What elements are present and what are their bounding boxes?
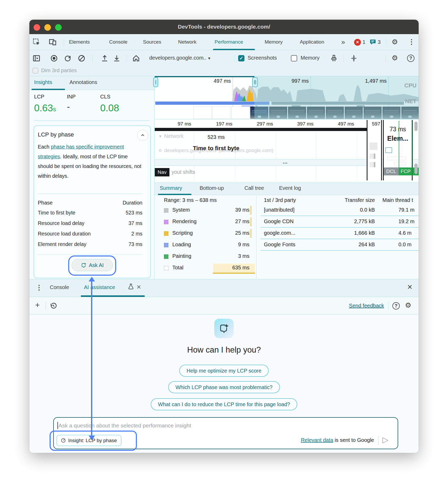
issues-icon[interactable] xyxy=(369,39,377,46)
screenshots-checkbox[interactable]: ✓ xyxy=(238,55,244,61)
help-icon[interactable]: ? xyxy=(407,55,414,62)
error-icon[interactable]: ✕ xyxy=(354,39,361,46)
selection-top-bar xyxy=(155,76,254,77)
collapse-card-button[interactable] xyxy=(137,130,148,141)
text-cursor xyxy=(57,422,58,429)
tab-event-log[interactable]: Event log xyxy=(279,185,301,191)
category-swatch-system xyxy=(164,208,168,213)
close-ai-tab-icon[interactable]: ✕ xyxy=(136,284,141,291)
drawer-tab-ai-assistance[interactable]: AI assistance xyxy=(84,284,115,290)
selection-handle-right[interactable] xyxy=(252,77,258,87)
reload-record-icon[interactable] xyxy=(64,54,72,62)
axis-tick: 497 ms xyxy=(312,121,354,127)
party-name[interactable]: google.com... xyxy=(264,230,295,236)
filmstrip-frame[interactable] xyxy=(193,107,212,119)
category-value: 25 ms xyxy=(210,230,249,236)
performance-toolbar: developers.google.com.. ▼ ✓ Screenshots … xyxy=(29,50,419,66)
device-toolbar-icon[interactable] xyxy=(49,38,57,46)
filmstrip-frame[interactable] xyxy=(212,107,231,119)
overlay-column xyxy=(367,120,382,180)
record-icon[interactable] xyxy=(50,54,58,62)
tab-call-tree[interactable]: Call tree xyxy=(244,185,264,191)
history-icon[interactable] xyxy=(50,302,57,310)
metric-cls-value: 0.08 xyxy=(100,103,119,114)
tab-application[interactable]: Application xyxy=(300,34,324,50)
home-icon[interactable] xyxy=(132,54,140,62)
drawer-active-tab-underline xyxy=(81,295,145,297)
dim-3rd-parties-checkbox[interactable] xyxy=(33,68,38,74)
summary-range: Range: 3 ms – 638 ms xyxy=(164,197,217,203)
clear-icon[interactable] xyxy=(78,54,86,62)
suggestion-chip[interactable]: Which LCP phase was most problematic? xyxy=(168,381,280,393)
tab-summary[interactable]: Summary xyxy=(160,185,182,191)
upload-profile-icon[interactable] xyxy=(101,54,109,62)
scrollbar-thumb[interactable] xyxy=(414,122,418,131)
capture-settings-gear-icon[interactable]: ⚙ xyxy=(392,54,398,62)
settings-gear-icon[interactable]: ⚙ xyxy=(392,38,398,46)
element-render-label: Elem... xyxy=(384,135,412,142)
selection-handle-left[interactable] xyxy=(153,77,158,87)
tab-console[interactable]: Console xyxy=(109,34,127,50)
tab-memory[interactable]: Memory xyxy=(265,34,283,50)
metric-inp-value: - xyxy=(67,102,70,112)
collapse-triangle-icon[interactable]: ▼ xyxy=(158,134,162,138)
ai-settings-gear-icon[interactable]: ⚙ xyxy=(405,301,411,310)
send-message-icon[interactable]: ▷ xyxy=(382,435,388,444)
garbage-collect-icon[interactable] xyxy=(330,54,338,62)
party-size: 264 kB xyxy=(328,242,375,248)
party-header-size[interactable]: Transfer size xyxy=(328,197,375,203)
consent-note: Relevant data is sent to Google xyxy=(265,437,374,443)
tab-sources[interactable]: Sources xyxy=(143,34,161,50)
tab-bottom-up[interactable]: Bottom-up xyxy=(200,185,224,191)
relevant-data-link[interactable]: Relevant data xyxy=(301,437,333,443)
more-tabs-icon[interactable]: » xyxy=(341,34,345,50)
expander-dots[interactable]: ... xyxy=(276,158,294,165)
ai-help-icon[interactable]: ? xyxy=(392,302,400,310)
drawer-kebab-menu-icon[interactable]: ⋮ xyxy=(36,284,42,292)
send-feedback-link[interactable]: Send feedback xyxy=(334,303,384,309)
axis-tick: 297 ms xyxy=(231,121,273,127)
drawer-tab-console[interactable]: Console xyxy=(50,284,69,290)
filmstrip-frame[interactable] xyxy=(231,107,250,119)
scrollbar-thumb[interactable] xyxy=(414,164,418,174)
annotation-arrowhead-down xyxy=(89,436,95,440)
screenshots-label[interactable]: Screenshots xyxy=(248,55,277,61)
tab-performance[interactable]: Performance xyxy=(215,34,243,50)
close-drawer-icon[interactable]: ✕ xyxy=(407,283,413,291)
new-chat-plus-icon[interactable]: + xyxy=(35,301,40,310)
issue-count[interactable]: 3 xyxy=(378,39,381,45)
party-name[interactable]: [unattributed] xyxy=(264,207,295,213)
fcp-marker-badge[interactable]: FCP xyxy=(399,168,412,175)
inspect-element-icon[interactable] xyxy=(33,38,40,46)
tab-annotations[interactable]: Annotations xyxy=(70,79,97,85)
memory-label[interactable]: Memory xyxy=(301,55,319,61)
tab-insights[interactable]: Insights xyxy=(34,79,52,85)
axis-tick: 397 ms xyxy=(271,121,313,127)
dock-panel-icon[interactable] xyxy=(33,54,40,62)
party-thread: 19.2 m xyxy=(398,218,419,224)
history-select[interactable]: developers.google.com.. ▼ xyxy=(149,55,211,61)
suggestion-chip[interactable]: Help me optimize my LCP score xyxy=(179,365,269,377)
error-count[interactable]: 1 xyxy=(362,39,365,45)
download-profile-icon[interactable] xyxy=(113,54,121,62)
party-header-name[interactable]: 1st / 3rd party xyxy=(264,197,296,203)
party-name[interactable]: Google CDN xyxy=(264,218,294,224)
category-swatch-scripting xyxy=(164,231,168,236)
layout-shifts-label[interactable]: yout shifts xyxy=(172,169,195,175)
ai-chat-input[interactable]: Ask a question about the selected perfor… xyxy=(57,422,191,429)
party-name[interactable]: Google Fonts xyxy=(264,242,295,248)
card-title: LCP by phase xyxy=(38,131,74,138)
total-value: 635 ms xyxy=(210,265,249,271)
collapse-sections-icon[interactable] xyxy=(350,54,358,62)
suggestion-chip[interactable]: What can I do to reduce the LCP time for… xyxy=(151,398,297,410)
party-size: 0.0 kB xyxy=(328,207,375,213)
kebab-menu-icon[interactable]: ⋮ xyxy=(408,38,415,46)
dim-row: Dim 3rd parties xyxy=(29,66,419,76)
dim-3rd-parties-label: Dim 3rd parties xyxy=(41,67,77,74)
memory-checkbox[interactable] xyxy=(291,55,297,61)
party-header-thread[interactable]: Main thread t xyxy=(382,197,419,203)
tab-elements[interactable]: Elements xyxy=(69,34,90,50)
dcl-marker-badge[interactable]: DCL xyxy=(384,168,399,175)
tab-network[interactable]: Network xyxy=(178,34,196,50)
phase-row-name: Time to first byte xyxy=(38,210,75,216)
